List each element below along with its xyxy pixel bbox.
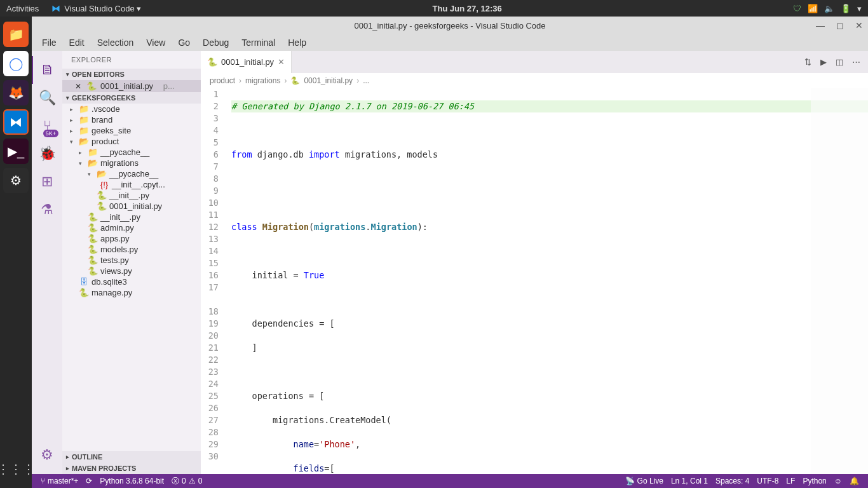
sb-golive[interactable]: 📡 Go Live xyxy=(621,477,667,485)
scm-badge: 5K+ xyxy=(43,130,58,137)
launcher-chromium[interactable]: ◯ xyxy=(3,51,29,76)
close-tab-icon[interactable]: ✕ xyxy=(278,57,285,67)
tree-views[interactable]: 🐍views.py xyxy=(62,266,201,276)
shield-icon[interactable]: 🛡 xyxy=(793,4,801,13)
launcher-settings[interactable]: ⚙ xyxy=(3,168,29,193)
app-menu[interactable]: ⧓ Visual Studio Code ▾ xyxy=(51,3,141,13)
statusbar: ⑂ master*+ ⟳ Python 3.6.8 64-bit ⓧ 0 ⚠ 0… xyxy=(32,474,868,488)
split-icon[interactable]: ◫ xyxy=(836,57,843,67)
tree-manage[interactable]: 🐍manage.py xyxy=(62,287,201,298)
python-icon: 🐍 xyxy=(207,57,217,67)
sb-feedback[interactable]: ☺ xyxy=(831,477,846,485)
menu-terminal[interactable]: Terminal xyxy=(236,36,280,49)
python-icon: 🐍 xyxy=(86,81,97,91)
sb-position[interactable]: Ln 1, Col 1 xyxy=(667,477,712,485)
tree-migrations[interactable]: ▾📂migrations xyxy=(62,158,201,168)
vscode-icon: ⧓ xyxy=(51,3,60,13)
activity-test[interactable]: ⚗ xyxy=(32,196,62,224)
gutter: 1234567891011121314151617181920212223242… xyxy=(201,88,227,474)
maximize-button[interactable]: ◻ xyxy=(836,20,844,30)
close-icon[interactable]: ✕ xyxy=(75,82,81,91)
tree-vscode[interactable]: ▸📁.vscode xyxy=(62,104,201,114)
menu-edit[interactable]: Edit xyxy=(64,36,90,49)
sb-sync[interactable]: ⟳ xyxy=(82,477,96,485)
launcher-terminal[interactable]: ▶_ xyxy=(3,139,29,164)
tree-models[interactable]: 🐍models.py xyxy=(62,244,201,255)
minimize-button[interactable]: — xyxy=(816,20,825,30)
tree-tests[interactable]: 🐍tests.py xyxy=(62,255,201,266)
activities-button[interactable]: Activities xyxy=(6,4,39,13)
clock[interactable]: Thu Jun 27, 12:36 xyxy=(141,4,793,13)
sidebar-title: EXPLORER xyxy=(62,51,201,69)
open-editors-section[interactable]: OPEN EDITORS xyxy=(62,69,201,80)
volume-icon[interactable]: 🔈 xyxy=(824,4,834,13)
outline-section[interactable]: OUTLINE xyxy=(62,451,201,463)
tree-init-cpyt[interactable]: {!}__init__.cpyt... xyxy=(62,179,201,190)
menubar: File Edit Selection View Go Debug Termin… xyxy=(32,34,868,51)
code-content[interactable]: # Generated by Django 2.1.7 on 2019-06-2… xyxy=(227,88,868,474)
launcher-files[interactable]: 📁 xyxy=(3,22,29,47)
tab-initial[interactable]: 🐍 0001_initial.py ✕ xyxy=(201,51,292,73)
activity-search[interactable]: 🔍 xyxy=(32,84,62,112)
tree-admin[interactable]: 🐍admin.py xyxy=(62,222,201,233)
sb-problems[interactable]: ⓧ 0 ⚠ 0 xyxy=(168,476,206,487)
sb-spaces[interactable]: Spaces: 4 xyxy=(712,477,753,485)
tree-apps[interactable]: 🐍apps.py xyxy=(62,233,201,244)
tabbar: 🐍 0001_initial.py ✕ ⇅ ▶ ◫ ⋯ xyxy=(201,51,868,73)
titlebar: 0001_initial.py - geeksforgeeks - Visual… xyxy=(32,17,868,34)
ubuntu-launcher: 📁 ◯ 🦊 ⧓ ▶_ ⚙ ⋮⋮⋮ xyxy=(0,17,32,488)
tree-init1[interactable]: 🐍__init__.py xyxy=(62,190,201,201)
activity-settings[interactable]: ⚙ xyxy=(32,441,62,469)
run-icon[interactable]: ▶ xyxy=(820,57,827,67)
menu-help[interactable]: Help xyxy=(283,36,311,49)
activity-explorer[interactable]: 🗎 xyxy=(32,56,62,84)
ubuntu-topbar: Activities ⧓ Visual Studio Code ▾ Thu Ju… xyxy=(0,0,868,17)
sb-eol[interactable]: LF xyxy=(782,477,799,485)
minimap[interactable] xyxy=(811,88,868,474)
more-icon[interactable]: ⋯ xyxy=(852,57,860,67)
close-button[interactable]: ✕ xyxy=(855,20,863,30)
wifi-icon[interactable]: 📶 xyxy=(808,4,818,13)
tree-init2[interactable]: 🐍__init__.py xyxy=(62,212,201,222)
compare-icon[interactable]: ⇅ xyxy=(804,57,811,67)
tree-pycache1[interactable]: ▸📁__pycache__ xyxy=(62,147,201,158)
battery-icon[interactable]: 🔋 xyxy=(841,4,851,13)
menu-file[interactable]: File xyxy=(37,36,62,49)
menu-go[interactable]: Go xyxy=(173,36,195,49)
sb-lang[interactable]: Python xyxy=(799,477,830,485)
sb-branch[interactable]: ⑂ master*+ xyxy=(37,477,82,485)
sb-python[interactable]: Python 3.6.8 64-bit xyxy=(96,477,168,485)
tree-db[interactable]: 🗄db.sqlite3 xyxy=(62,276,201,287)
editor-area: 🐍 0001_initial.py ✕ ⇅ ▶ ◫ ⋯ product› mig… xyxy=(201,51,868,474)
activitybar: 🗎 🔍 ⑂5K+ 🐞 ⊞ ⚗ ⚙ xyxy=(32,51,62,474)
launcher-firefox[interactable]: 🦊 xyxy=(3,80,29,105)
launcher-vscode[interactable]: ⧓ xyxy=(3,109,29,135)
breadcrumb[interactable]: product› migrations› 🐍0001_initial.py› .… xyxy=(201,73,868,88)
tree-geeks-site[interactable]: ▸📁geeks_site xyxy=(62,125,201,136)
activity-extensions[interactable]: ⊞ xyxy=(32,168,62,196)
tree-product[interactable]: ▾📂product xyxy=(62,136,201,147)
launcher-apps[interactable]: ⋮⋮⋮ xyxy=(3,456,29,482)
menu-debug[interactable]: Debug xyxy=(198,36,234,49)
code-editor[interactable]: 1234567891011121314151617181920212223242… xyxy=(201,88,868,474)
sb-bell[interactable]: 🔔 xyxy=(846,477,863,485)
tree-initial[interactable]: 🐍0001_initial.py xyxy=(62,201,201,212)
activity-scm[interactable]: ⑂5K+ xyxy=(32,112,62,140)
vscode-window: 0001_initial.py - geeksforgeeks - Visual… xyxy=(32,17,868,488)
maven-section[interactable]: MAVEN PROJECTS xyxy=(62,463,201,474)
system-menu-icon[interactable]: ▾ xyxy=(857,4,862,13)
sb-encoding[interactable]: UTF-8 xyxy=(753,477,782,485)
open-editor-item[interactable]: ✕ 🐍 0001_initial.py p... xyxy=(62,80,201,92)
menu-view[interactable]: View xyxy=(141,36,170,49)
tree-pycache2[interactable]: ▾📂__pycache__ xyxy=(62,168,201,179)
activity-debug[interactable]: 🐞 xyxy=(32,140,62,168)
window-title: 0001_initial.py - geeksforgeeks - Visual… xyxy=(354,21,545,30)
workspace-section[interactable]: GEEKSFORGEEKS xyxy=(62,92,201,104)
menu-selection[interactable]: Selection xyxy=(92,36,139,49)
sidebar: EXPLORER OPEN EDITORS ✕ 🐍 0001_initial.p… xyxy=(62,51,201,474)
tree-brand[interactable]: ▸📁brand xyxy=(62,114,201,125)
